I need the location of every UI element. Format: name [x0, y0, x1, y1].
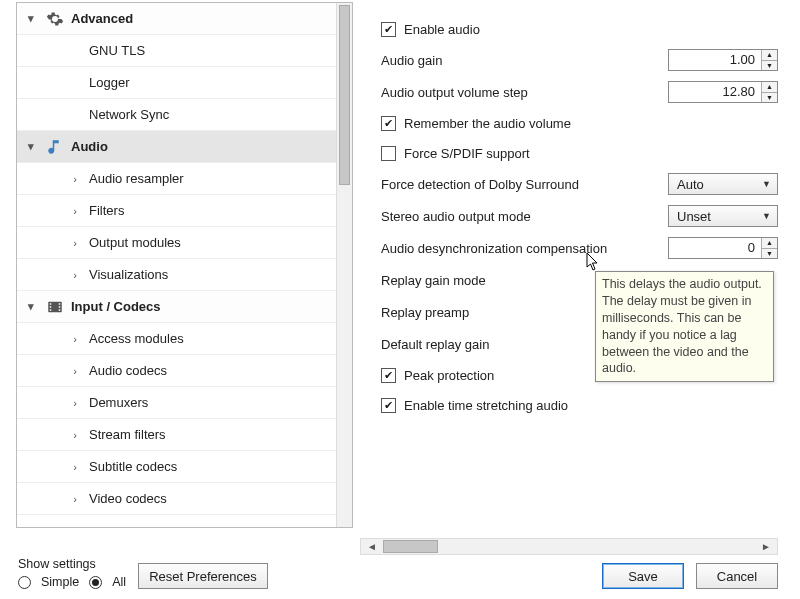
tree-item-label: Subtitle codecs	[89, 459, 177, 474]
gear-icon	[45, 9, 65, 29]
note-icon	[45, 137, 65, 157]
reset-preferences-button[interactable]: Reset Preferences	[138, 563, 268, 589]
chevron-right-icon[interactable]: ›	[67, 395, 83, 411]
audio-gain-label: Audio gain	[381, 53, 668, 68]
radio-simple[interactable]	[18, 576, 31, 589]
audio-gain-value[interactable]: 1.00	[669, 50, 761, 70]
tree-item-output-modules[interactable]: ›Output modules	[17, 227, 352, 259]
svg-rect-2	[50, 306, 52, 308]
tree-item-audio[interactable]: ▾Audio	[17, 131, 352, 163]
chevron-down-icon[interactable]: ▾	[23, 299, 39, 315]
spin-up-icon[interactable]: ▲	[762, 238, 777, 249]
tree-item-audio-codecs[interactable]: ›Audio codecs	[17, 355, 352, 387]
spin-up-icon[interactable]: ▲	[762, 82, 777, 93]
radio-simple-label[interactable]: Simple	[41, 575, 79, 589]
preferences-tree-panel: ▾AdvancedGNU TLSLoggerNetwork Sync▾Audio…	[16, 2, 353, 528]
spin-down-icon[interactable]: ▼	[762, 249, 777, 259]
remember-volume-checkbox[interactable]	[381, 116, 396, 131]
volume-step-spinbox[interactable]: 12.80 ▲▼	[668, 81, 778, 103]
remember-volume-label: Remember the audio volume	[404, 116, 571, 131]
dolby-dropdown[interactable]: Auto ▼	[668, 173, 778, 195]
tree-item-label: Input / Codecs	[71, 299, 161, 314]
stereo-mode-value: Unset	[677, 209, 711, 224]
chevron-right-icon[interactable]: ›	[67, 459, 83, 475]
spin-down-icon[interactable]: ▼	[762, 61, 777, 71]
radio-all[interactable]	[89, 576, 102, 589]
svg-rect-6	[59, 309, 61, 311]
tree-item-label: Audio codecs	[89, 363, 167, 378]
tree-item-label: Audio	[71, 139, 108, 154]
tree-item-advanced[interactable]: ▾Advanced	[17, 3, 352, 35]
desync-spinbox[interactable]: 0 ▲▼	[668, 237, 778, 259]
svg-rect-5	[59, 306, 61, 308]
force-spdif-checkbox[interactable]	[381, 146, 396, 161]
tree-item-label: Demuxers	[89, 395, 148, 410]
tree-item-label: Stream filters	[89, 427, 166, 442]
peak-protection-checkbox[interactable]	[381, 368, 396, 383]
tree-item-label: Video codecs	[89, 491, 167, 506]
tree-item-demuxers[interactable]: ›Demuxers	[17, 387, 352, 419]
chevron-right-icon[interactable]: ›	[67, 331, 83, 347]
tree-item-label: Audio resampler	[89, 171, 184, 186]
tree-item-filters[interactable]: ›Filters	[17, 195, 352, 227]
tree-item-label: Logger	[89, 75, 129, 90]
chevron-down-icon[interactable]: ▾	[23, 139, 39, 155]
tree-item-input-codecs[interactable]: ▾Input / Codecs	[17, 291, 352, 323]
time-stretch-checkbox[interactable]	[381, 398, 396, 413]
volume-step-label: Audio output volume step	[381, 85, 668, 100]
tree-item-network-sync[interactable]: Network Sync	[17, 99, 352, 131]
volume-step-value[interactable]: 12.80	[669, 82, 761, 102]
chevron-down-icon: ▼	[762, 179, 771, 189]
chevron-down-icon[interactable]: ▾	[23, 11, 39, 27]
sidebar-scrollbar[interactable]	[336, 3, 352, 527]
tree-item-label: Advanced	[71, 11, 133, 26]
tree-item-stream-filters[interactable]: ›Stream filters	[17, 419, 352, 451]
enable-audio-checkbox[interactable]	[381, 22, 396, 37]
chevron-right-icon[interactable]: ›	[67, 491, 83, 507]
tree-item-label: Visualizations	[89, 267, 168, 282]
chevron-right-icon[interactable]: ›	[67, 235, 83, 251]
tree-item-video-codecs[interactable]: ›Video codecs	[17, 483, 352, 515]
tree-item-label: Output modules	[89, 235, 181, 250]
tree-item-label: Access modules	[89, 331, 184, 346]
desync-label: Audio desynchronization compensation	[381, 241, 668, 256]
radio-all-label[interactable]: All	[112, 575, 126, 589]
show-settings-group: Show settings Simple All	[18, 557, 126, 589]
desync-tooltip: This delays the audio output. The delay …	[595, 271, 774, 382]
tree-item-label: GNU TLS	[89, 43, 145, 58]
chevron-right-icon[interactable]: ›	[67, 267, 83, 283]
bottom-toolbar: Show settings Simple All Reset Preferenc…	[0, 545, 800, 599]
stereo-mode-label: Stereo audio output mode	[381, 209, 668, 224]
chevron-right-icon[interactable]: ›	[67, 203, 83, 219]
show-settings-label: Show settings	[18, 557, 126, 571]
spin-down-icon[interactable]: ▼	[762, 93, 777, 103]
tree-item-access-modules[interactable]: ›Access modules	[17, 323, 352, 355]
tree-item-label: Filters	[89, 203, 124, 218]
dolby-label: Force detection of Dolby Surround	[381, 177, 668, 192]
desync-value[interactable]: 0	[669, 238, 761, 258]
sidebar-scrollbar-thumb[interactable]	[339, 5, 350, 185]
enable-audio-label: Enable audio	[404, 22, 480, 37]
tree-item-gnu-tls[interactable]: GNU TLS	[17, 35, 352, 67]
audio-settings-panel: Enable audio Audio gain 1.00 ▲▼ Audio ou…	[353, 0, 800, 528]
chevron-right-icon[interactable]: ›	[67, 427, 83, 443]
cancel-button[interactable]: Cancel	[696, 563, 778, 589]
tree-item-visualizations[interactable]: ›Visualizations	[17, 259, 352, 291]
peak-protection-label: Peak protection	[404, 368, 494, 383]
tree-item-subtitle-codecs[interactable]: ›Subtitle codecs	[17, 451, 352, 483]
tree-item-label: Network Sync	[89, 107, 169, 122]
svg-rect-3	[50, 309, 52, 311]
chevron-down-icon: ▼	[762, 211, 771, 221]
dolby-value: Auto	[677, 177, 704, 192]
tree-item-audio-resampler[interactable]: ›Audio resampler	[17, 163, 352, 195]
time-stretch-label: Enable time stretching audio	[404, 398, 568, 413]
audio-gain-spinbox[interactable]: 1.00 ▲▼	[668, 49, 778, 71]
spin-up-icon[interactable]: ▲	[762, 50, 777, 61]
chevron-right-icon[interactable]: ›	[67, 363, 83, 379]
svg-rect-1	[50, 303, 52, 305]
stereo-mode-dropdown[interactable]: Unset ▼	[668, 205, 778, 227]
save-button[interactable]: Save	[602, 563, 684, 589]
chevron-right-icon[interactable]: ›	[67, 171, 83, 187]
force-spdif-label: Force S/PDIF support	[404, 146, 530, 161]
tree-item-logger[interactable]: Logger	[17, 67, 352, 99]
